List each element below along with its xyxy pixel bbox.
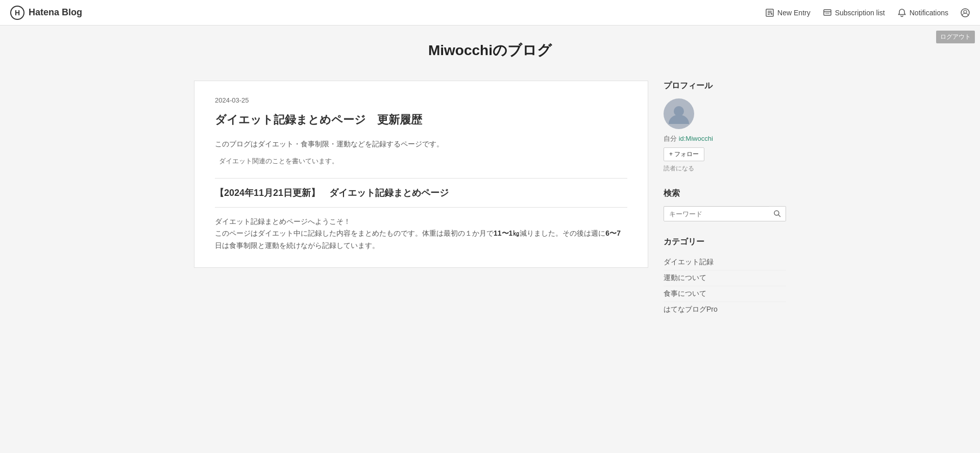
article-section-title: 【2024年11月21日更新】 ダイエット記録まとめページ: [215, 187, 627, 199]
article-title[interactable]: ダイエット記録まとめページ 更新履歴: [215, 112, 627, 128]
notifications-label: Notifications: [910, 9, 948, 17]
article-body-intro: ダイエット記録まとめページへようこそ！: [215, 216, 627, 228]
article-body-bold2: 6〜7: [605, 229, 621, 237]
sidebar-profile-section: プロフィール 自分 id:Miwocchi + フォロー 読者になる: [664, 81, 786, 173]
article-body-text: このページはダイエット中に記録した内容をまとめたものです。体重は最初の１か月で: [215, 229, 494, 237]
sidebar-search-section: 検索: [664, 188, 786, 221]
main-content: 2024-03-25 ダイエット記録まとめページ 更新履歴 このブログはダイエッ…: [194, 81, 648, 268]
subscription-list-label: Subscription list: [835, 9, 885, 17]
sidebar-username: 自分 id:Miwocchi: [664, 134, 786, 143]
article-body-bold: 11〜1㎏: [494, 229, 520, 237]
article-divider-2: [215, 207, 627, 208]
svg-point-10: [964, 10, 967, 13]
article-excerpt-sub: ダイエット関連のことを書いています。: [215, 157, 627, 166]
edit-icon: [765, 8, 774, 17]
content-area: 2024-03-25 ダイエット記録まとめページ 更新履歴 このブログはダイエッ…: [194, 81, 786, 333]
article-divider-1: [215, 178, 627, 179]
sidebar-search-title: 検索: [664, 188, 786, 199]
category-list-item[interactable]: 運動について: [664, 270, 786, 286]
user-account-link[interactable]: [961, 8, 970, 17]
sidebar-category-title: カテゴリー: [664, 237, 786, 247]
svg-point-12: [774, 211, 779, 215]
sidebar-follow-count: 読者になる: [664, 164, 786, 173]
follow-button[interactable]: + フォロー: [664, 147, 704, 161]
site-header: H Hatena Blog New Entry Subscription lis…: [0, 0, 980, 26]
new-entry-label: New Entry: [777, 9, 811, 17]
search-icon: [773, 210, 781, 218]
search-box: [664, 206, 786, 221]
logout-button[interactable]: ログアウト: [936, 31, 975, 43]
article-body-text2: 減りました。その後は週に: [520, 229, 605, 237]
sidebar-username-link[interactable]: id:Miwocchi: [679, 135, 713, 142]
svg-line-13: [778, 215, 780, 217]
article-body: このページはダイエット中に記録した内容をまとめたものです。体重は最初の１か月で1…: [215, 228, 627, 252]
site-logo-text: Hatena Blog: [29, 7, 82, 18]
svg-rect-6: [824, 10, 831, 15]
subscription-icon: [823, 8, 832, 17]
category-list-item[interactable]: 食事について: [664, 286, 786, 302]
subscription-list-link[interactable]: Subscription list: [823, 8, 885, 17]
article-body-text3: 日は食事制限と運動を続けながら記録しています。: [215, 241, 379, 249]
header-nav: New Entry Subscription list Notification…: [765, 8, 970, 17]
bell-icon: [897, 8, 906, 17]
svg-text:H: H: [15, 9, 20, 17]
sidebar-username-prefix: 自分: [664, 135, 679, 142]
search-input[interactable]: [664, 207, 769, 221]
article-excerpt: このブログはダイエット・食事制限・運動などを記録するページです。: [215, 138, 627, 150]
sidebar-category-section: カテゴリー ダイエット記録運動について食事についてはてなブログPro: [664, 237, 786, 317]
new-entry-link[interactable]: New Entry: [765, 8, 811, 17]
account-icon: [961, 8, 970, 17]
site-logo[interactable]: H Hatena Blog: [10, 6, 82, 20]
search-button[interactable]: [769, 207, 786, 221]
sidebar-profile-title: プロフィール: [664, 81, 786, 91]
category-list-item[interactable]: ダイエット記録: [664, 255, 786, 270]
category-list-item[interactable]: はてなブログPro: [664, 302, 786, 317]
article-card: 2024-03-25 ダイエット記録まとめページ 更新履歴 このブログはダイエッ…: [194, 81, 648, 268]
blog-title: Miwocchiのブログ: [194, 41, 786, 60]
article-date: 2024-03-25: [215, 96, 627, 104]
page-wrapper: Miwocchiのブログ 2024-03-25 ダイエット記録まとめページ 更新…: [184, 26, 796, 348]
avatar: [664, 98, 694, 129]
category-list: ダイエット記録運動について食事についてはてなブログPro: [664, 255, 786, 317]
sidebar: プロフィール 自分 id:Miwocchi + フォロー 読者になる 検索: [664, 81, 786, 333]
hatena-logo-icon: H: [10, 6, 24, 20]
avatar-icon: [666, 101, 692, 127]
notifications-link[interactable]: Notifications: [897, 8, 948, 17]
